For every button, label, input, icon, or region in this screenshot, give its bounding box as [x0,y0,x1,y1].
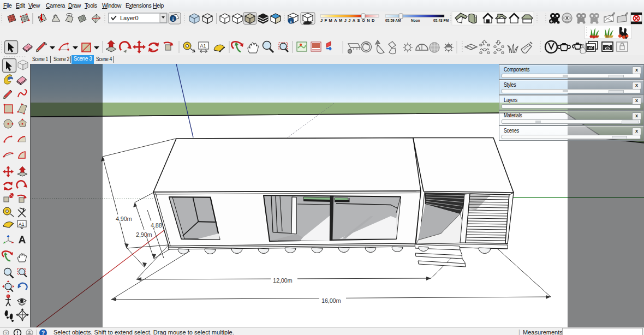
svg-text:?: ? [4,331,7,335]
svg-text:Noon: Noon [411,19,420,22]
svg-text:05:59 AM: 05:59 AM [385,19,401,22]
svg-text:2,90m: 2,90m [136,231,152,238]
svg-text:4,90m: 4,90m [116,216,132,222]
svg-text:12,00m: 12,00m [273,277,293,284]
svg-text:4,88: 4,88 [151,222,162,229]
svg-text:B: B [606,34,609,39]
svg-text:!: ! [16,330,18,335]
svg-text:A1: A1 [200,43,206,49]
svg-text:A1: A1 [19,222,25,227]
svg-text:?: ? [41,330,45,335]
svg-text:JFMAMJJASOND: JFMAMJJASOND [320,18,377,23]
svg-text:16,00m: 16,00m [321,297,341,304]
svg-text:Layer0: Layer0 [120,15,139,21]
svg-text:05:43 PM: 05:43 PM [433,19,449,22]
